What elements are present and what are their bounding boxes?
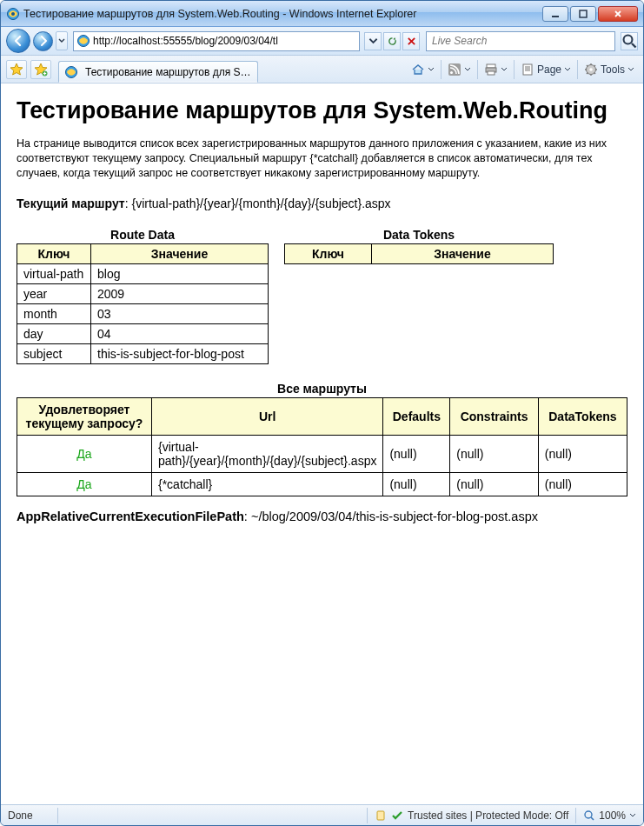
- svg-point-9: [450, 71, 453, 74]
- page-heading: Тестирование маршрутов для System.Web.Ro…: [17, 97, 627, 124]
- col-key: Ключ: [17, 243, 91, 263]
- intro-text: На странице выводится список всех зареги…: [17, 137, 627, 181]
- table-row: year2009: [17, 283, 269, 303]
- security-status-text: Trusted sites | Protected Mode: Off: [408, 809, 568, 822]
- tools-menu[interactable]: Tools: [581, 59, 638, 80]
- cell-defaults: (null): [383, 435, 450, 472]
- toolbar-separator: [441, 60, 442, 79]
- cell-value: this-is-subject-for-blog-post: [91, 343, 269, 363]
- table-row: day04: [17, 323, 269, 343]
- route-data-block: Route Data Ключ Значение virtual-pathblo…: [17, 228, 269, 364]
- col-datatokens: DataTokens: [538, 397, 627, 435]
- toolbar-separator: [577, 60, 578, 79]
- tab-row: Тестирование маршрутов для Syste... Page: [1, 56, 643, 83]
- all-routes-table: Удовлетворяет текущему запросу? Url Defa…: [17, 397, 627, 496]
- address-dropdown[interactable]: [364, 32, 382, 50]
- page-menu[interactable]: Page: [517, 59, 574, 80]
- cell-match: Да: [17, 435, 152, 472]
- cell-match: Да: [17, 472, 152, 496]
- cell-constraints: (null): [450, 435, 539, 472]
- maximize-button[interactable]: [570, 6, 596, 22]
- tab-label: Тестирование маршрутов для Syste...: [85, 66, 252, 78]
- search-bar: [426, 31, 615, 51]
- cell-key: day: [17, 323, 91, 343]
- col-match: Удовлетворяет текущему запросу?: [17, 397, 152, 435]
- zoom-control[interactable]: 100%: [583, 809, 636, 822]
- minimize-button[interactable]: [542, 6, 568, 22]
- stop-button[interactable]: [402, 32, 420, 50]
- status-bar: Done Trusted sites | Protected Mode: Off…: [1, 804, 643, 825]
- cell-defaults: (null): [383, 472, 450, 496]
- zoom-icon: [583, 809, 595, 822]
- cell-value: 03: [91, 303, 269, 323]
- all-routes-title: Все маршруты: [17, 382, 627, 396]
- table-row: virtual-pathblog: [17, 263, 269, 283]
- cell-key: subject: [17, 343, 91, 363]
- back-button[interactable]: [6, 29, 30, 53]
- col-defaults: Defaults: [383, 397, 450, 435]
- col-constraints: Constraints: [450, 397, 539, 435]
- svg-rect-3: [580, 10, 587, 17]
- window-title: Тестирование маршрутов для System.Web.Ro…: [23, 8, 542, 20]
- table-row: subjectthis-is-subject-for-blog-post: [17, 343, 269, 363]
- favorites-button[interactable]: [6, 60, 27, 79]
- search-input[interactable]: [430, 34, 611, 48]
- add-favorites-button[interactable]: [30, 60, 51, 79]
- search-button[interactable]: [621, 32, 638, 50]
- tab-current[interactable]: Тестирование маршрутов для Syste...: [58, 61, 258, 83]
- app-path: AppRelativeCurrentExecutionFilePath: ~/b…: [17, 509, 627, 525]
- table-row: month03: [17, 303, 269, 323]
- security-status[interactable]: Trusted sites | Protected Mode: Off: [375, 809, 568, 822]
- table-row: Да{virtual-path}/{year}/{month}/{day}/{s…: [17, 435, 627, 472]
- print-button[interactable]: [481, 59, 511, 80]
- svg-point-5: [624, 36, 633, 44]
- browser-window: Тестирование маршрутов для System.Web.Ro…: [0, 0, 644, 826]
- nav-row: [1, 27, 643, 56]
- status-separator: [575, 808, 576, 823]
- zoom-dropdown[interactable]: [629, 809, 636, 822]
- svg-point-1: [11, 12, 15, 16]
- route-data-table: Ключ Значение virtual-pathblogyear2009mo…: [17, 243, 269, 364]
- svg-rect-2: [552, 16, 559, 17]
- col-value: Значение: [91, 243, 269, 263]
- app-path-value: ~/blog/2009/03/04/this-is-subject-for-bl…: [251, 510, 538, 523]
- data-tokens-block: Data Tokens Ключ Значение: [284, 228, 554, 364]
- address-input[interactable]: [93, 33, 357, 50]
- cell-value: 2009: [91, 283, 269, 303]
- tools-menu-label: Tools: [601, 63, 625, 76]
- cell-value: 04: [91, 323, 269, 343]
- col-value: Значение: [372, 243, 554, 263]
- toolbar-separator: [477, 60, 478, 79]
- col-key: Ключ: [285, 243, 372, 263]
- data-tokens-title: Data Tokens: [284, 228, 554, 242]
- app-path-label: AppRelativeCurrentExecutionFilePath: [17, 510, 244, 523]
- current-route-label: Текущий маршрут: [17, 197, 125, 210]
- status-separator: [57, 808, 58, 823]
- shield-icon: [375, 809, 387, 822]
- route-data-title: Route Data: [17, 228, 269, 242]
- cell-constraints: (null): [450, 472, 539, 496]
- refresh-button[interactable]: [383, 32, 401, 50]
- data-tokens-table: Ключ Значение: [284, 243, 554, 264]
- cell-value: blog: [91, 263, 269, 283]
- cell-key: virtual-path: [17, 263, 91, 283]
- zoom-value: 100%: [599, 809, 626, 822]
- forward-button[interactable]: [33, 31, 53, 51]
- current-route: Текущий маршрут: {virtual-path}/{year}/{…: [17, 197, 627, 210]
- table-row: Да{*catchall}(null)(null)(null): [17, 472, 627, 496]
- address-bar: [73, 31, 360, 51]
- cell-key: month: [17, 303, 91, 323]
- svg-rect-10: [487, 64, 495, 68]
- cell-url: {virtual-path}/{year}/{month}/{day}/{sub…: [152, 435, 383, 472]
- cell-key: year: [17, 283, 91, 303]
- home-button[interactable]: [408, 59, 438, 80]
- svg-rect-16: [377, 811, 384, 820]
- feeds-button[interactable]: [444, 59, 475, 80]
- close-button[interactable]: [598, 6, 638, 22]
- svg-point-15: [589, 68, 593, 71]
- tab-ie-icon: [64, 65, 78, 79]
- nav-history-dropdown[interactable]: [56, 31, 68, 50]
- toolbar-separator: [514, 60, 515, 79]
- ie-icon: [6, 7, 20, 21]
- page-menu-label: Page: [537, 63, 561, 76]
